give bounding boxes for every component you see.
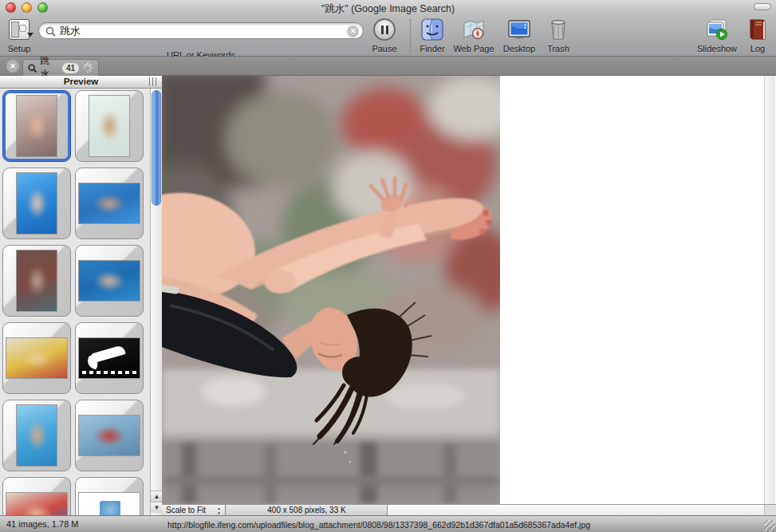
thumbnail-image bbox=[78, 260, 140, 301]
pictogram-diver-shape bbox=[89, 345, 126, 364]
preview-vertical-scrollbar[interactable] bbox=[764, 76, 775, 504]
log-button[interactable]: Log bbox=[745, 18, 770, 45]
tab-bar: ✕ 跳水 41 bbox=[0, 57, 776, 76]
thumbnail-7[interactable] bbox=[2, 322, 71, 394]
thumbnail-subject-blob bbox=[23, 414, 51, 456]
thumbnail-2[interactable] bbox=[75, 90, 144, 162]
thumbnail-image bbox=[78, 492, 140, 515]
app-window: "跳水" (Google Image Search) Setup ✕ URL o… bbox=[0, 0, 776, 532]
main-preview-pane bbox=[162, 76, 776, 504]
trash-icon bbox=[546, 18, 570, 41]
thumbnail-4[interactable] bbox=[75, 167, 144, 239]
loading-spinner-icon bbox=[82, 62, 93, 73]
sidebar-scrollbar[interactable]: ▲ ▼ bbox=[150, 89, 162, 515]
slideshow-icon bbox=[705, 18, 729, 41]
thumbnail-11[interactable] bbox=[2, 477, 71, 515]
header-grip-icon[interactable] bbox=[149, 77, 159, 86]
scroll-up-button[interactable]: ▲ bbox=[151, 491, 162, 502]
preview-image bbox=[162, 76, 500, 504]
thumbnail-6[interactable] bbox=[75, 245, 144, 317]
thumbnail-1[interactable] bbox=[2, 90, 71, 162]
sidebar-scroll-arrows: ▲ ▼ bbox=[151, 491, 162, 513]
thumbnail-subject-blob bbox=[15, 499, 57, 516]
search-icon bbox=[45, 26, 56, 37]
thumbnail-5[interactable] bbox=[2, 245, 71, 317]
clear-search-button[interactable]: ✕ bbox=[347, 26, 359, 37]
trash-label: Trash bbox=[527, 44, 589, 53]
close-tab-button[interactable]: ✕ bbox=[6, 60, 19, 73]
image-info: 400 x 508 pixels, 33 K bbox=[226, 505, 388, 516]
window-title: "跳水" (Google Image Search) bbox=[0, 2, 776, 16]
image-count-status: 41 images, 1.78 M bbox=[6, 519, 79, 529]
thumbnail-subject-blob bbox=[88, 422, 130, 450]
toolbar-toggle-pill-button[interactable] bbox=[754, 3, 771, 10]
thumbnail-image bbox=[16, 404, 57, 467]
thumbnail-subject-blob bbox=[15, 345, 57, 372]
pictogram-water-line bbox=[82, 371, 136, 374]
trash-button[interactable]: Trash bbox=[543, 18, 573, 45]
tab-count-badge: 41 bbox=[62, 63, 79, 73]
webpage-map-icon bbox=[462, 18, 486, 41]
scale-stepper-icon: ▲ ▼ bbox=[215, 505, 223, 516]
status-bar: 41 images, 1.78 M http://blogfile.ifeng.… bbox=[0, 515, 776, 532]
scrollbar-corner bbox=[764, 505, 776, 516]
search-area: ✕ URL or Keywords bbox=[38, 22, 364, 39]
search-input[interactable] bbox=[60, 24, 339, 37]
thumbnail-image bbox=[78, 183, 140, 224]
tab-search[interactable]: 跳水 41 bbox=[22, 59, 99, 76]
preview-sidebar: Preview ▲ ▼ bbox=[0, 76, 162, 515]
search-field[interactable]: ✕ bbox=[38, 22, 364, 39]
thumbnail-10[interactable] bbox=[75, 400, 144, 471]
pause-icon bbox=[373, 18, 396, 41]
image-url-status: http://blogfile.ifeng.com/uploadfiles/bl… bbox=[167, 520, 590, 530]
thumbnail-image bbox=[16, 172, 57, 234]
desktop-icon bbox=[507, 18, 531, 41]
finder-button[interactable]: Finder bbox=[416, 18, 448, 45]
scroll-down-button[interactable]: ▼ bbox=[151, 502, 162, 513]
sidebar-scrollbar-thumb[interactable] bbox=[152, 90, 161, 206]
webpage-button[interactable]: Web Page bbox=[450, 18, 498, 45]
thumbnail-8[interactable] bbox=[75, 322, 144, 394]
thumbnail-3[interactable] bbox=[2, 167, 71, 239]
scale-mode-popup[interactable]: Scale to Fit ▲ ▼ bbox=[162, 505, 226, 516]
thumbnail-9[interactable] bbox=[2, 400, 71, 471]
pause-button[interactable]: Pause bbox=[368, 18, 400, 41]
thumbnail-subject-blob bbox=[96, 104, 124, 147]
dropdown-arrow-icon bbox=[27, 33, 33, 37]
mascot-figure bbox=[100, 501, 120, 515]
scale-mode-value: Scale to Fit bbox=[166, 506, 206, 514]
setup-button[interactable]: Setup bbox=[5, 18, 33, 40]
preview-control-bar: Scale to Fit ▲ ▼ 400 x 508 pixels, 33 K bbox=[162, 504, 776, 515]
thumbnail-subject-blob bbox=[23, 259, 51, 301]
thumbnail-image bbox=[78, 337, 140, 379]
desktop-button[interactable]: Desktop bbox=[499, 18, 539, 45]
thumbnail-image bbox=[78, 415, 140, 456]
thumbnail-subject-blob bbox=[23, 104, 51, 147]
thumbnail-image bbox=[16, 250, 57, 312]
log-label: Log bbox=[729, 44, 776, 53]
finder-icon bbox=[420, 18, 444, 41]
title-bar[interactable]: "跳水" (Google Image Search) bbox=[0, 0, 776, 16]
tab-search-icon bbox=[28, 64, 37, 73]
preview-horizontal-scrollbar[interactable] bbox=[388, 505, 764, 516]
slideshow-button[interactable]: Slideshow bbox=[692, 18, 742, 45]
thumbnail-image bbox=[6, 337, 68, 379]
setup-icon bbox=[9, 19, 30, 40]
sidebar-header[interactable]: Preview bbox=[0, 76, 162, 89]
log-book-icon bbox=[746, 18, 770, 41]
toolbar: Setup ✕ URL or Keywords Pause bbox=[0, 16, 776, 57]
thumbnail-image bbox=[89, 95, 130, 157]
thumbnail-subject-blob bbox=[88, 190, 130, 218]
sidebar-header-label: Preview bbox=[64, 77, 98, 86]
thumbnail-12[interactable] bbox=[75, 477, 144, 515]
window-resize-grip[interactable] bbox=[764, 520, 775, 531]
thumbnail-image bbox=[16, 95, 57, 157]
thumbnail-subject-blob bbox=[23, 182, 51, 224]
thumbnail-subject-blob bbox=[88, 267, 130, 295]
thumbnail-grid bbox=[0, 89, 150, 515]
thumbnail-image bbox=[6, 492, 68, 515]
